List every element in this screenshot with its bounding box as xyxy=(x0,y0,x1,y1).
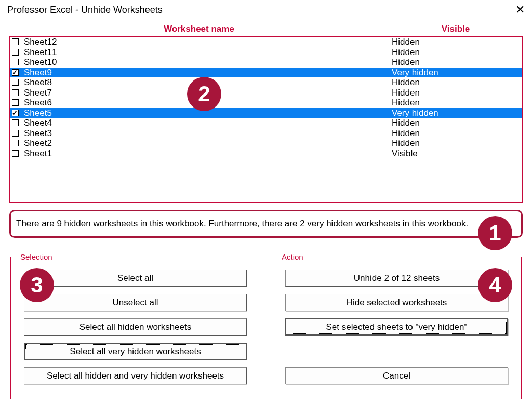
checkbox-icon[interactable] xyxy=(12,89,19,96)
sheet-visibility: Hidden xyxy=(392,88,522,98)
sheet-name: Sheet3 xyxy=(24,128,392,139)
list-item[interactable]: Sheet3Hidden xyxy=(10,128,522,139)
list-item[interactable]: Sheet12Hidden xyxy=(10,37,522,47)
checkbox-icon[interactable] xyxy=(12,99,19,106)
list-item[interactable]: Sheet2Hidden xyxy=(10,138,522,149)
list-item[interactable]: Sheet11Hidden xyxy=(10,47,522,58)
sheet-visibility: Hidden xyxy=(392,138,522,149)
col-header-name: Worksheet name xyxy=(9,24,389,34)
annotation-badge-2: 2 xyxy=(187,77,221,111)
sheet-visibility: Hidden xyxy=(392,37,522,47)
sheet-name: Sheet9 xyxy=(24,68,392,78)
list-item[interactable]: Sheet9Very hidden xyxy=(10,68,522,78)
sheet-visibility: Visible xyxy=(392,149,522,159)
sheet-visibility: Hidden xyxy=(392,47,522,58)
checkbox-icon[interactable] xyxy=(12,130,19,137)
list-item[interactable]: Sheet7Hidden xyxy=(10,88,522,98)
sheet-name: Sheet12 xyxy=(24,37,392,47)
column-headers: Worksheet name Visible xyxy=(9,21,523,36)
worksheet-list[interactable]: Sheet12HiddenSheet11HiddenSheet10HiddenS… xyxy=(9,36,523,203)
checkbox-icon[interactable] xyxy=(12,38,19,45)
sheet-visibility: Very hidden xyxy=(392,108,522,118)
checkbox-icon[interactable] xyxy=(12,79,19,86)
checkbox-icon[interactable] xyxy=(12,69,19,76)
sheet-name: Sheet10 xyxy=(24,57,392,68)
list-item[interactable]: Sheet1Visible xyxy=(10,149,522,159)
sheet-name: Sheet4 xyxy=(24,118,392,128)
annotation-badge-4: 4 xyxy=(478,268,512,302)
sheet-visibility: Hidden xyxy=(392,77,522,88)
annotation-badge-3: 3 xyxy=(20,268,54,302)
list-item[interactable]: Sheet8Hidden xyxy=(10,77,522,88)
window-title: Professor Excel - Unhide Worksheets xyxy=(7,5,163,16)
sheet-visibility: Hidden xyxy=(392,57,522,68)
sheet-name: Sheet2 xyxy=(24,138,392,149)
select-hidden-and-very-hidden-button[interactable]: Select all hidden and very hidden worksh… xyxy=(24,367,246,384)
list-item[interactable]: Sheet6Hidden xyxy=(10,98,522,108)
checkbox-icon[interactable] xyxy=(12,150,19,157)
unhide-button[interactable]: Unhide 2 of 12 sheets xyxy=(285,270,508,287)
sheet-visibility: Hidden xyxy=(392,118,522,128)
action-legend: Action xyxy=(280,252,305,261)
checkbox-icon[interactable] xyxy=(12,110,19,116)
list-item[interactable]: Sheet5Very hidden xyxy=(10,108,522,118)
title-bar: Professor Excel - Unhide Worksheets ✕ xyxy=(0,0,532,21)
checkbox-icon[interactable] xyxy=(12,59,19,65)
sheet-visibility: Hidden xyxy=(392,128,522,139)
spacer xyxy=(280,343,514,367)
hide-button[interactable]: Hide selected worksheets xyxy=(285,294,508,311)
checkbox-icon[interactable] xyxy=(12,140,19,146)
selection-legend: Selection xyxy=(18,252,55,261)
checkbox-icon[interactable] xyxy=(12,119,19,126)
select-very-hidden-button[interactable]: Select all very hidden worksheets xyxy=(24,343,246,360)
sheet-name: Sheet11 xyxy=(24,47,392,58)
sheet-name: Sheet1 xyxy=(24,149,392,159)
list-item[interactable]: Sheet4Hidden xyxy=(10,118,522,128)
sheet-visibility: Very hidden xyxy=(392,68,522,78)
sheet-visibility: Hidden xyxy=(392,98,522,108)
select-all-button[interactable]: Select all xyxy=(24,270,246,287)
status-text: There are 9 hidden worksheets in this wo… xyxy=(9,210,523,238)
cancel-button[interactable]: Cancel xyxy=(285,367,508,384)
select-hidden-button[interactable]: Select all hidden worksheets xyxy=(24,318,246,336)
list-item[interactable]: Sheet10Hidden xyxy=(10,57,522,68)
checkbox-icon[interactable] xyxy=(12,49,19,56)
unselect-all-button[interactable]: Unselect all xyxy=(24,294,246,311)
col-header-visible: Visible xyxy=(389,24,523,34)
set-very-hidden-button[interactable]: Set selected sheets to "very hidden" xyxy=(285,318,508,336)
close-icon[interactable]: ✕ xyxy=(515,4,525,16)
annotation-badge-1: 1 xyxy=(478,216,512,250)
